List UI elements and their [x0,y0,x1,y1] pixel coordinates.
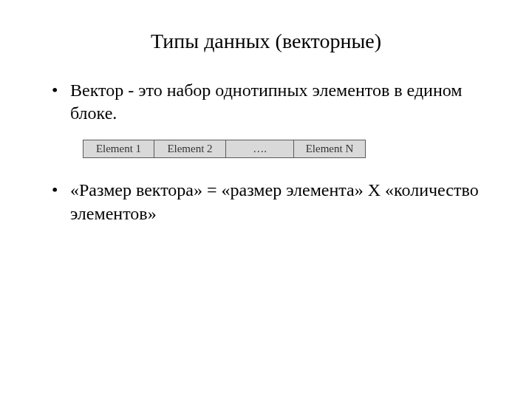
vector-diagram: Element 1 Element 2 …. Element N [83,140,495,158]
diagram-cell-3: …. [226,140,294,158]
diagram-cell-1: Element 1 [83,140,154,158]
bullet-list-2: «Размер вектора» = «размер элемента» Х «… [37,179,495,225]
bullet-item-2: «Размер вектора» = «размер элемента» Х «… [52,179,495,225]
diagram-cell-2: Element 2 [154,140,226,158]
slide-title: Типы данных (векторные) [37,30,495,53]
diagram-cell-4: Element N [294,140,366,158]
bullet-item-1: Вектор - это набор однотипных элементов … [52,79,495,125]
bullet-list: Вектор - это набор однотипных элементов … [37,79,495,125]
